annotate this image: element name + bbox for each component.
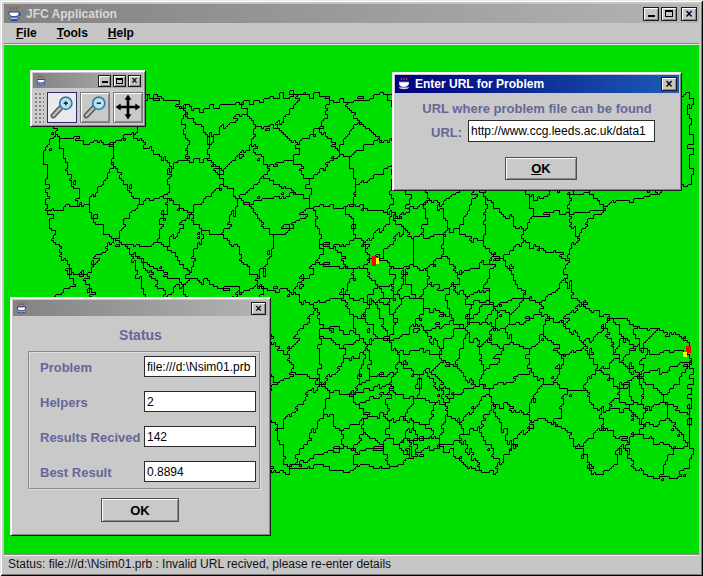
window-title: JFC Application [24,7,641,21]
menu-bar: File Tools Help [4,23,699,44]
helpers-field[interactable] [144,391,256,412]
url-prompt-label: URL where problem file can be found [393,101,681,116]
zoom-out-button[interactable] [80,92,110,123]
url-ok-button[interactable]: OK [505,157,577,180]
status-fields-panel: Problem Helpers Results Recived Best Res… [28,351,261,490]
close-button[interactable]: × [681,7,697,21]
url-dialog: Enter URL for Problem × URL where proble… [392,72,682,191]
minimize-button[interactable] [643,7,659,21]
toolbar-drag-handle[interactable] [34,92,44,123]
pan-icon [115,94,141,120]
status-dialog-titlebar[interactable]: × [13,300,268,316]
java-cup-icon [397,77,411,91]
java-cup-icon [6,6,22,22]
java-cup-icon [35,75,47,87]
toolbar-window: × [30,70,146,127]
pan-button[interactable] [113,92,143,123]
maximize-button[interactable] [113,75,126,87]
close-button[interactable]: × [661,77,677,91]
jfc-application-window: JFC Application × File Tools Help × [0,0,703,576]
menu-tools[interactable]: Tools [51,24,94,42]
problem-field[interactable] [144,356,256,377]
menu-file[interactable]: File [10,24,43,42]
toolbar-titlebar[interactable]: × [33,73,143,88]
url-input[interactable] [468,120,655,142]
status-heading: Status [11,327,270,343]
close-icon: × [665,79,672,89]
results-recived-label: Results Recived [40,430,140,445]
toolbar-body [33,90,143,124]
best-result-label: Best Result [40,465,112,480]
problem-label: Problem [40,360,92,375]
url-field-label: URL: [431,125,462,140]
zoom-in-button[interactable] [47,92,77,123]
close-icon: × [132,76,138,86]
minimize-button[interactable] [98,75,111,87]
url-dialog-title: Enter URL for Problem [413,77,659,91]
url-dialog-titlebar[interactable]: Enter URL for Problem × [395,75,679,93]
main-titlebar[interactable]: JFC Application × [4,4,699,23]
zoom-out-icon [82,94,108,120]
status-ok-button[interactable]: OK [101,498,179,522]
maximize-icon [116,78,123,84]
results-recived-field[interactable] [144,426,256,447]
menu-help[interactable]: Help [102,24,140,42]
zoom-in-icon [49,94,75,120]
status-bar: Status: file:///d:\Nsim01.prb : Invalid … [4,554,699,572]
status-dialog: × Status Problem Helpers Results Recived… [10,297,271,536]
close-icon: × [685,9,692,19]
close-icon: × [255,303,261,313]
java-cup-icon [15,302,28,315]
helpers-label: Helpers [40,395,88,410]
minimize-icon [648,15,655,17]
close-button[interactable]: × [128,75,141,87]
best-result-field[interactable] [144,461,256,482]
maximize-button[interactable] [661,7,677,21]
close-button[interactable]: × [251,302,266,315]
maximize-icon [665,10,673,17]
minimize-icon [102,81,108,83]
